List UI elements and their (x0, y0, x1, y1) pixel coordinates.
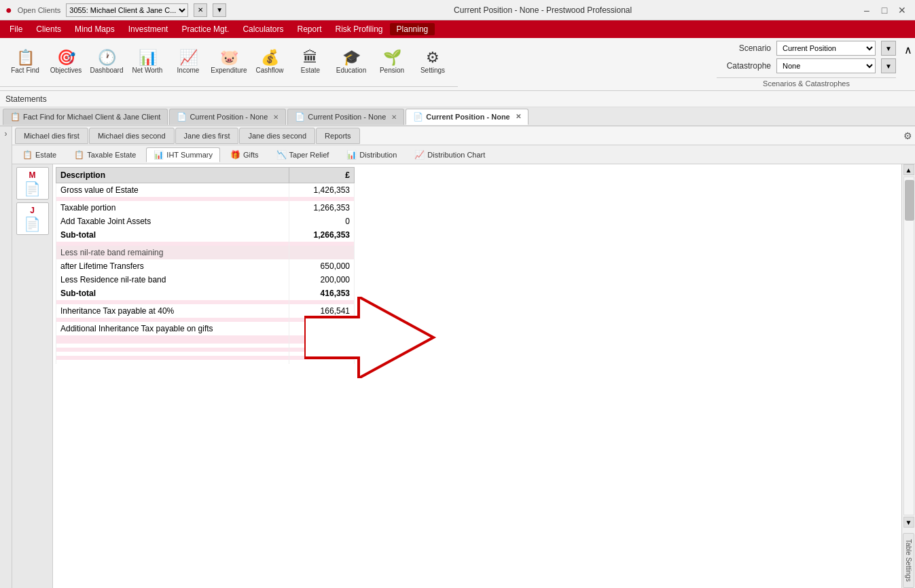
sub-tab-jane-dies-first-label: Jane dies first (184, 132, 230, 140)
toolbar-cashflow-label: Cashflow (255, 67, 283, 74)
table-cell-value: 200,000 (289, 273, 355, 287)
distribution-chart-icon: 📈 (414, 150, 425, 160)
estate-icon: 🏛 (303, 50, 318, 65)
scenario-select[interactable]: Current Position (776, 41, 876, 56)
content-tab-taxable-estate[interactable]: 📋 Taxable Estate (67, 147, 143, 162)
doc-tab-current-pos-1-close[interactable]: ✕ (273, 113, 279, 121)
doc-tab-current-pos-active[interactable]: 📄 Current Position - None ✕ (406, 109, 528, 125)
content-tab-estate-label: Estate (35, 151, 56, 159)
scroll-track[interactable] (903, 177, 914, 515)
table-cell-description: Sub-total (56, 287, 289, 300)
table-row: Sub-total1,266,353 (56, 228, 355, 242)
client-btn-jane[interactable]: J 📄 (16, 202, 49, 235)
toolbar-pension[interactable]: 🌱 Pension (372, 41, 412, 84)
toolbar-education[interactable]: 🎓 Education (331, 41, 371, 84)
table-row: Additional Inheritance Tax payable on gi… (56, 322, 355, 335)
menu-mind-maps[interactable]: Mind Maps (68, 23, 122, 35)
menu-planning[interactable]: Planning (390, 23, 435, 35)
table-cell-value: 650,000 (289, 259, 355, 273)
minimize-button[interactable]: – (859, 3, 874, 18)
menu-file[interactable]: File (3, 23, 29, 35)
content-tab-iht-summary[interactable]: 📊 IHT Summary (146, 147, 220, 162)
iht-summary-table: Description £ Gross value of Estate1,426… (56, 167, 355, 364)
toolbar-fact-find[interactable]: 📋 Fact Find (5, 41, 45, 84)
content-tab-taper-relief-label: Taper Relief (289, 151, 329, 159)
toolbar-expenditure[interactable]: 🐷 Expenditure (209, 41, 249, 84)
catastrophe-dropdown-btn[interactable]: ▼ (881, 58, 896, 73)
maximize-button[interactable]: □ (877, 3, 892, 18)
sub-tab-jane-dies-first[interactable]: Jane dies first (175, 128, 239, 144)
scenarios-section-label: Scenarios & Catastrophes (717, 77, 896, 88)
content-tab-estate[interactable]: 📋 Estate (15, 147, 64, 162)
content-tab-strip: 📋 Estate 📋 Taxable Estate 📊 IHT Summary … (12, 145, 915, 164)
table-row: Less Residence nil-rate band200,000 (56, 273, 355, 287)
content-tab-distribution-chart-label: Distribution Chart (427, 151, 485, 159)
menu-risk-profiling[interactable]: Risk Profiling (329, 23, 390, 35)
toolbar-objectives[interactable]: 🎯 Objectives (46, 41, 86, 84)
open-clients-x-btn[interactable]: ✕ (194, 3, 207, 17)
catastrophe-select[interactable]: None (776, 58, 876, 73)
table-cell-description: Less Residence nil-rate band (56, 273, 289, 287)
toolbar-net-worth[interactable]: 📊 Net Worth (128, 41, 167, 84)
doc-tab-fact-find[interactable]: 📋 Fact Find for Michael Client & Jane Cl… (3, 109, 168, 125)
toolbar-net-worth-label: Net Worth (132, 67, 163, 74)
sub-tab-reports[interactable]: Reports (316, 128, 360, 144)
main-content: M 📄 J 📄 Description £ (12, 164, 915, 588)
toolbar-pension-label: Pension (380, 67, 404, 74)
table-area[interactable]: Description £ Gross value of Estate1,426… (53, 164, 901, 588)
scroll-up-btn[interactable]: ▲ (903, 164, 914, 175)
toolbar-estate[interactable]: 🏛 Estate (291, 41, 330, 84)
menu-clients[interactable]: Clients (29, 23, 68, 35)
sub-tab-jane-dies-second[interactable]: Jane dies second (239, 128, 315, 144)
table-cell-value (289, 246, 355, 259)
content-tab-distribution[interactable]: 📊 Distribution (339, 147, 404, 162)
scenario-dropdown-btn[interactable]: ▼ (881, 41, 896, 56)
sub-tab-jane-dies-second-label: Jane dies second (248, 132, 306, 140)
sidebar-toggle-btn[interactable]: › (5, 129, 7, 139)
scenario-label: Scenario (717, 43, 771, 53)
menu-calculators[interactable]: Calculators (236, 23, 290, 35)
client-panel: M 📄 J 📄 (12, 164, 53, 588)
toolbar-settings[interactable]: ⚙ Settings (413, 41, 452, 84)
toolbar-education-label: Education (336, 67, 366, 74)
table-row: Sub-total416,353 (56, 287, 355, 300)
table-cell-description: Inheritance Tax payable at 40% (56, 304, 289, 318)
open-clients-arrow-btn[interactable]: ▼ (213, 3, 226, 17)
client-btn-michael[interactable]: M 📄 (16, 167, 49, 200)
table-cell-value: 1,266,353 (289, 201, 355, 215)
content-tab-taxable-estate-label: Taxable Estate (87, 151, 136, 159)
sub-tab-strip: Michael dies first Michael dies second J… (12, 126, 915, 145)
doc-tab-current-pos-2-close[interactable]: ✕ (391, 113, 397, 121)
toolbar-expenditure-label: Expenditure (211, 67, 247, 74)
income-icon: 📈 (179, 50, 198, 65)
client-michael-icon: 📄 (24, 181, 41, 197)
content-tab-gifts[interactable]: 🎁 Gifts (223, 147, 266, 162)
sub-tab-michael-dies-first[interactable]: Michael dies first (15, 128, 88, 144)
menu-practice-mgt[interactable]: Practice Mgt. (175, 23, 236, 35)
table-row (56, 360, 355, 364)
current-pos-active-icon: 📄 (413, 112, 423, 122)
fact-find-icon: 📋 (16, 50, 35, 65)
toolbar-dashboard[interactable]: 🕐 Dashboard (87, 41, 126, 84)
content-tab-taper-relief[interactable]: 📉 Taper Relief (269, 147, 337, 162)
content-tab-distribution-chart[interactable]: 📈 Distribution Chart (407, 147, 492, 162)
menu-report[interactable]: Report (290, 23, 328, 35)
table-cell-value: 1,426,353 (289, 183, 355, 198)
doc-tab-current-pos-2[interactable]: 📄 Current Position - None ✕ (287, 109, 404, 125)
doc-tab-current-pos-active-close[interactable]: ✕ (516, 113, 521, 120)
close-button[interactable]: ✕ (895, 3, 910, 18)
open-clients-select[interactable]: 3055: Michael Client & Jane C... (66, 3, 188, 17)
sub-tab-settings-icon[interactable]: ⚙ (903, 130, 912, 141)
toolbar-income[interactable]: 📈 Income (168, 41, 208, 84)
sub-tab-michael-dies-second[interactable]: Michael dies second (89, 128, 175, 144)
settings-icon: ⚙ (426, 50, 439, 65)
table-settings-label[interactable]: Table Settings (903, 533, 914, 588)
menu-investment[interactable]: Investment (122, 23, 175, 35)
statements-label: Statements (5, 94, 47, 104)
toolbar-cashflow[interactable]: 💰 Cashflow (250, 41, 289, 84)
toolbar-estate-label: Estate (301, 67, 320, 74)
collapse-button[interactable]: ∧ (901, 41, 915, 59)
table-row: Inheritance Tax payable at 40%166,541 (56, 304, 355, 318)
doc-tab-current-pos-1[interactable]: 📄 Current Position - None ✕ (169, 109, 286, 125)
scroll-down-btn[interactable]: ▼ (903, 517, 914, 528)
